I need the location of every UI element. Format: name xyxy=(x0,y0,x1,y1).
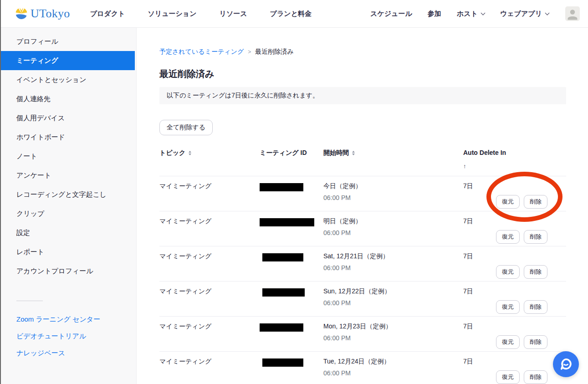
page-title: 最近削除済み xyxy=(159,68,566,80)
chevron-down-icon xyxy=(545,11,550,15)
delete-button[interactable]: 削除 xyxy=(524,300,547,314)
sidebar-help-link[interactable]: Zoom ラーニング センター xyxy=(0,311,136,328)
meeting-id-cell xyxy=(260,217,323,246)
start-time: 06:00 PM xyxy=(323,264,463,271)
sidebar-item[interactable]: 個人連絡先 xyxy=(0,89,136,108)
start-date: Tue, 12月24日（定例） xyxy=(323,358,463,366)
table-header-row: トピック ミーティング ID 開始時間 Auto Delete In ↑ xyxy=(159,149,566,176)
delete-button[interactable]: 削除 xyxy=(524,335,547,349)
breadcrumb-upcoming-meetings-link[interactable]: 予定されているミーティング xyxy=(159,48,244,56)
restore-button[interactable]: 復元 xyxy=(496,300,520,314)
table-row: マイミーティング Sun, 12月22日（定例） 06:00 PM 7日 復元 … xyxy=(159,281,566,316)
utokyo-ginkgo-icon xyxy=(14,6,29,21)
primary-nav-item[interactable]: リソース xyxy=(220,10,247,18)
row-actions: 復元 削除 xyxy=(496,370,547,384)
table-row: マイミーティング Sat, 12月21日（定例） 06:00 PM 7日 復元 … xyxy=(159,246,566,281)
delete-button[interactable]: 削除 xyxy=(524,370,547,384)
topic-cell: マイミーティング xyxy=(159,182,260,211)
secondary-nav: スケジュール 参加 ホスト ウェブアプリ xyxy=(370,6,580,21)
delete-all-button[interactable]: 全て削除する xyxy=(159,120,213,135)
sidebar-help-link[interactable]: ビデオチュートリアル xyxy=(0,328,136,345)
redacted-meeting-id xyxy=(260,323,303,332)
sort-ascending-icon: ↑ xyxy=(463,163,532,169)
sidebar-item[interactable]: レポート xyxy=(0,242,136,261)
sidebar-item[interactable]: イベントとセッション xyxy=(0,70,136,89)
breadcrumb: 予定されているミーティング > 最近削除済み xyxy=(159,48,566,56)
start-time-cell: Sun, 12月22日（定例） 06:00 PM xyxy=(323,287,463,316)
start-time-cell: 今日（定例） 06:00 PM xyxy=(323,182,463,211)
secondary-nav-item[interactable]: ウェブアプリ xyxy=(500,10,549,18)
sidebar-help-link[interactable]: ナレッジベース xyxy=(0,345,136,362)
primary-nav-item[interactable]: ソリューション xyxy=(148,10,196,18)
sidebar-item[interactable]: ミーティング xyxy=(0,51,135,70)
delete-button[interactable]: 削除 xyxy=(524,230,547,244)
secondary-nav-item[interactable]: ホスト xyxy=(457,10,485,18)
row-actions: 復元 削除 xyxy=(496,265,547,279)
sidebar-item[interactable]: アカウントプロフィール xyxy=(0,261,136,281)
column-start-time[interactable]: 開始時間 xyxy=(323,149,463,169)
sidebar-item[interactable]: ノート xyxy=(0,147,136,166)
sidebar-item[interactable]: 個人用デバイス xyxy=(0,108,136,128)
sidebar-item[interactable]: 設定 xyxy=(0,223,136,242)
delete-button[interactable]: 削除 xyxy=(524,265,547,279)
primary-nav-item[interactable]: プランと料金 xyxy=(270,10,312,18)
start-time: 06:00 PM xyxy=(323,299,463,307)
chat-bubble-icon xyxy=(559,357,573,371)
restore-button[interactable]: 復元 xyxy=(496,195,520,209)
start-date: 今日（定例） xyxy=(323,182,463,190)
meeting-id-cell xyxy=(260,287,323,316)
table-row: マイミーティング Tue, 12月24日（定例） 06:00 PM 7日 復元 … xyxy=(159,351,566,384)
column-meeting-id: ミーティング ID xyxy=(260,149,323,169)
table-row: マイミーティング Mon, 12月23日（定例） 06:00 PM 7日 復元 … xyxy=(159,316,566,351)
row-actions: 復元 削除 xyxy=(496,335,547,349)
start-date: 明日（定例） xyxy=(323,217,463,225)
column-auto-delete-in[interactable]: Auto Delete In ↑ xyxy=(463,149,532,169)
redacted-meeting-id xyxy=(260,218,314,226)
restore-button[interactable]: 復元 xyxy=(496,265,520,279)
start-time-cell: Tue, 12月24日（定例） 06:00 PM xyxy=(323,358,463,384)
table-row: マイミーティング 明日（定例） 06:00 PM 7日 復元 削除 xyxy=(159,211,566,246)
sidebar-item[interactable]: レコーディングと文字起こし xyxy=(0,185,136,204)
topic-cell: マイミーティング xyxy=(159,323,260,351)
topic-cell: マイミーティング xyxy=(159,287,260,316)
start-time-cell: 明日（定例） 06:00 PM xyxy=(323,217,463,246)
sidebar-item[interactable]: プロフィール xyxy=(0,32,136,51)
restore-button[interactable]: 復元 xyxy=(496,230,520,244)
secondary-nav-item[interactable]: 参加 xyxy=(428,10,441,18)
restore-button[interactable]: 復元 xyxy=(496,335,520,349)
chat-support-button[interactable] xyxy=(553,351,579,377)
start-time: 06:00 PM xyxy=(323,369,463,377)
secondary-nav-item[interactable]: スケジュール xyxy=(370,10,412,18)
utokyo-logo[interactable]: UTokyo xyxy=(14,6,70,21)
redacted-meeting-id xyxy=(260,183,303,191)
sidebar: プロフィールミーティングイベントとセッション個人連絡先個人用デバイスホワイトボー… xyxy=(0,28,137,384)
start-time-cell: Mon, 12月23日（定例） 06:00 PM xyxy=(323,323,463,351)
delete-button[interactable]: 削除 xyxy=(524,195,547,209)
primary-nav-item[interactable]: プロダクト xyxy=(90,10,125,18)
meeting-id-cell xyxy=(260,252,323,281)
column-topic[interactable]: トピック xyxy=(159,149,260,169)
deleted-meetings-table: トピック ミーティング ID 開始時間 Auto Delete In ↑ マイミ… xyxy=(159,149,566,384)
breadcrumb-separator: > xyxy=(248,49,251,55)
row-actions: 復元 削除 xyxy=(496,230,547,244)
start-date: Mon, 12月23日（定例） xyxy=(323,323,463,331)
top-header: UTokyo プロダクトソリューションリソースプランと料金 スケジュール 参加 … xyxy=(0,0,588,28)
sidebar-item[interactable]: クリップ xyxy=(0,204,136,223)
sidebar-item[interactable]: アンケート xyxy=(0,166,136,185)
table-row: マイミーティング 今日（定例） 06:00 PM 7日 復元 削除 xyxy=(159,176,566,211)
start-time: 06:00 PM xyxy=(323,229,463,236)
start-date: Sat, 12月21日（定例） xyxy=(323,252,463,261)
topic-cell: マイミーティング xyxy=(159,252,260,281)
restore-button[interactable]: 復元 xyxy=(496,370,520,384)
meeting-id-cell xyxy=(260,323,323,351)
meeting-id-cell xyxy=(260,182,323,211)
chevron-down-icon xyxy=(481,11,485,15)
topic-cell: マイミーティング xyxy=(159,358,260,384)
deletion-notice-banner: 以下のミーティングは7日後に永久に削除されます。 xyxy=(159,87,566,104)
sort-icon xyxy=(189,151,191,155)
primary-nav: プロダクトソリューションリソースプランと料金 xyxy=(90,10,312,18)
user-avatar[interactable] xyxy=(565,6,580,21)
sort-icon xyxy=(352,151,355,155)
sidebar-item[interactable]: ホワイトボード xyxy=(0,128,136,147)
meeting-id-cell xyxy=(260,358,323,384)
